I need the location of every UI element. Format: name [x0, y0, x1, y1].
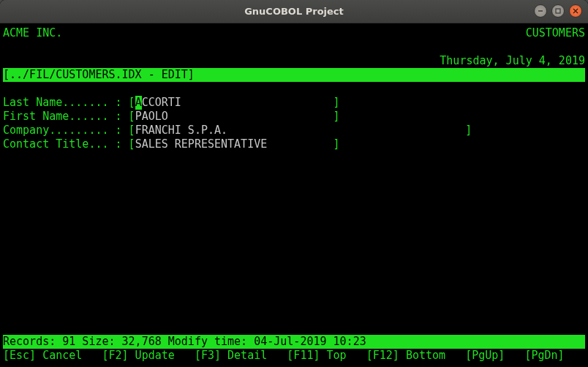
- date-row: Thursday, July 4, 2019: [3, 54, 585, 68]
- first-name-field[interactable]: PAOLO: [135, 110, 333, 123]
- contact-title-field[interactable]: SALES REPRESENTATIVE: [135, 137, 333, 151]
- function-keys-row: [Esc] Cancel [F2] Update [F3] Detail [F1…: [3, 349, 585, 363]
- bracket-close: ]: [333, 96, 340, 109]
- terminal: ACME INC. CUSTOMERS Thursday, July 4, 20…: [0, 23, 588, 367]
- bracket-open: [: [129, 110, 135, 123]
- bracket-open: [: [129, 124, 135, 137]
- bracket-close: ]: [465, 124, 472, 137]
- fkey-esc[interactable]: [Esc] Cancel: [3, 349, 82, 362]
- window-controls: [534, 4, 582, 18]
- bracket-open: [: [129, 96, 135, 109]
- bracket-open: [: [129, 137, 135, 151]
- file-path-line: [../FIL/CUSTOMERS.IDX - EDIT]: [3, 68, 585, 82]
- company-label: Company......... :: [3, 124, 129, 137]
- fields-area: Last Name....... : [ACCORTI ]First Name.…: [3, 96, 585, 151]
- bracket-close: ]: [333, 137, 340, 151]
- window-title: GnuCOBOL Project: [244, 4, 344, 18]
- header-row: ACME INC. CUSTOMERS: [3, 26, 585, 40]
- window-frame: GnuCOBOL Project ACME INC. CUSTOMERS Thu…: [0, 0, 588, 367]
- fkey-f2[interactable]: [F2] Update: [102, 349, 174, 362]
- blank-row-2: [3, 82, 585, 96]
- contact-title-row: Contact Title... : [SALES REPRESENTATIVE…: [3, 137, 585, 151]
- blank-row: [3, 40, 585, 54]
- contact-title-label: Contact Title... :: [3, 137, 129, 151]
- company-row: Company......... : [FRANCHI S.P.A. ]: [3, 124, 585, 137]
- minimize-button[interactable]: [534, 4, 547, 18]
- maximize-button[interactable]: [551, 4, 565, 18]
- fkey-f3[interactable]: [F3] Detail: [195, 349, 267, 362]
- fkey-f12[interactable]: [F12] Bottom: [366, 349, 445, 362]
- status-line: Records: 91 Size: 32,768 Modify time: 04…: [3, 335, 585, 349]
- svg-rect-1: [556, 9, 560, 13]
- bracket-close: ]: [333, 110, 340, 123]
- company-field[interactable]: FRANCHI S.P.A.: [135, 124, 466, 137]
- close-button[interactable]: [569, 4, 582, 18]
- first-name-row: First Name...... : [PAOLO ]: [3, 110, 585, 124]
- header-date: Thursday, July 4, 2019: [440, 54, 585, 67]
- cursor: A: [135, 96, 142, 110]
- fkey-pgup[interactable]: [PgUp]: [465, 349, 505, 362]
- last-name-field[interactable]: ACCORTI: [135, 96, 333, 109]
- first-name-label: First Name...... :: [3, 110, 129, 123]
- last-name-label: Last Name....... :: [3, 96, 129, 109]
- fkey-f11[interactable]: [F11] Top: [287, 349, 346, 362]
- header-company: ACME INC.: [3, 26, 62, 40]
- file-row: [../FIL/CUSTOMERS.IDX - EDIT]: [3, 68, 585, 82]
- header-section: CUSTOMERS: [526, 26, 585, 40]
- last-name-row: Last Name....... : [ACCORTI ]: [3, 96, 585, 110]
- fkey-pgdn[interactable]: [PgDn]: [524, 349, 564, 362]
- titlebar[interactable]: GnuCOBOL Project: [0, 0, 588, 23]
